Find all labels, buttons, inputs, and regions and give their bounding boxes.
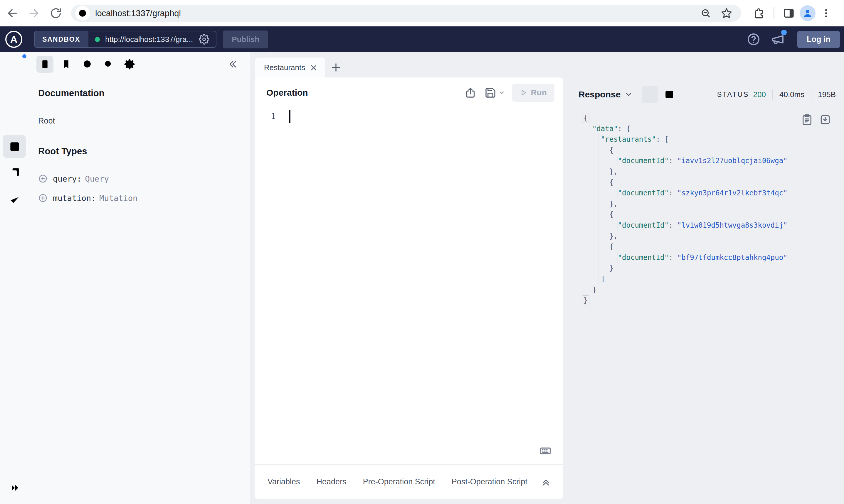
checks-icon[interactable] [8, 193, 21, 207]
response-dropdown-chevron-icon[interactable] [625, 90, 633, 98]
changesets-icon[interactable] [8, 167, 21, 181]
site-info-icon[interactable] [75, 6, 90, 20]
url-bar[interactable]: localhost:1337/graphql [71, 5, 741, 22]
text-view-toggle-icon[interactable] [642, 86, 658, 103]
table-view-toggle-icon[interactable] [661, 86, 677, 103]
apollo-logo: A [5, 31, 22, 48]
tab-headers[interactable]: Headers [316, 477, 346, 486]
tab-post-operation-script[interactable]: Post-Operation Script [452, 477, 528, 486]
graph-icon[interactable] [8, 114, 21, 128]
documentation-title: Documentation [38, 88, 238, 98]
documentation-panel: Documentation Root Root Types query: Que… [29, 52, 250, 504]
publish-button[interactable]: Publish [223, 31, 268, 49]
tab-restaurants[interactable]: Restaurants [255, 57, 325, 78]
add-field-icon[interactable] [38, 193, 48, 203]
browser-menu-icon[interactable] [820, 7, 832, 19]
response-panel: Response STATUS 200 40.0ms 195B [563, 52, 844, 504]
divider [38, 106, 238, 106]
browser-chrome: localhost:1337/graphql [0, 0, 844, 26]
bookmark-star-icon[interactable] [721, 7, 733, 19]
play-icon [520, 89, 528, 96]
collapse-panel-icon[interactable] [227, 59, 238, 70]
main-area: Documentation Root Root Types query: Que… [0, 52, 844, 504]
response-size: 195B [818, 90, 836, 99]
documentation-tab-icon[interactable] [36, 56, 53, 73]
zoom-out-icon[interactable] [700, 7, 711, 19]
operation-editor[interactable]: 1 [255, 108, 563, 464]
new-tab-icon[interactable] [330, 61, 342, 73]
announcement-badge [781, 30, 787, 35]
run-button[interactable]: Run [512, 84, 554, 102]
url-text: localhost:1337/graphql [95, 8, 695, 18]
settings-icon[interactable] [121, 56, 138, 73]
side-panel-icon[interactable] [782, 7, 795, 19]
query-type-row[interactable]: query: Query [38, 174, 238, 183]
endpoint-url-input[interactable]: http://localhost:1337/gra... [88, 31, 216, 47]
field-type: Query [85, 174, 109, 183]
graph-notification-dot [22, 54, 27, 58]
app-header: A SANDBOX http://localhost:1337/gra... P… [0, 26, 844, 52]
back-icon[interactable] [3, 4, 22, 23]
expand-sidebar-icon[interactable] [9, 482, 20, 495]
history-icon[interactable] [79, 56, 96, 73]
divider [811, 89, 811, 100]
tab-label: Restaurants [264, 63, 309, 72]
field-type: Mutation [99, 194, 137, 203]
endpoint-url-text: http://localhost:1337/gra... [105, 35, 193, 44]
left-icon-strip [0, 52, 29, 504]
response-title[interactable]: Response [579, 89, 621, 100]
sandbox-badge: SANDBOX [35, 31, 88, 47]
search-icon[interactable] [100, 56, 117, 73]
endpoint-group: SANDBOX http://localhost:1337/gra... [34, 31, 217, 48]
toolbar-divider [774, 7, 774, 19]
connection-status-dot [95, 37, 100, 42]
explorer-icon[interactable] [8, 140, 21, 154]
reload-icon[interactable] [47, 4, 65, 23]
field-name: query: [53, 174, 82, 183]
response-json: { "data": { "restaurants": [ { "document… [584, 113, 825, 306]
operation-title: Operation [266, 88, 457, 98]
operation-panel: Operation Run 1 [255, 77, 563, 499]
line-number: 1 [271, 112, 276, 121]
status-code: 200 [753, 90, 766, 99]
work-area: Restaurants Operation [250, 52, 844, 504]
bookmarks-icon[interactable] [57, 56, 74, 73]
tab-pre-operation-script[interactable]: Pre-Operation Script [363, 477, 435, 486]
keyboard-shortcuts-icon[interactable] [539, 445, 552, 457]
response-duration: 40.0ms [779, 90, 804, 99]
collapse-footer-icon[interactable] [541, 477, 551, 487]
status-label: STATUS [717, 90, 749, 98]
extensions-icon[interactable] [753, 7, 765, 19]
login-button[interactable]: Log in [797, 31, 840, 48]
announcements-icon[interactable] [771, 32, 785, 46]
share-icon[interactable] [465, 87, 476, 98]
save-icon[interactable] [485, 87, 496, 98]
doc-toolbar [29, 52, 250, 76]
close-tab-icon[interactable] [309, 64, 318, 72]
forward-icon[interactable] [25, 4, 44, 23]
connection-settings-icon[interactable] [199, 34, 209, 44]
help-icon[interactable] [746, 32, 761, 46]
save-options-chevron-icon[interactable] [499, 89, 505, 96]
mutation-type-row[interactable]: mutation: Mutation [38, 193, 238, 203]
tab-variables[interactable]: Variables [268, 477, 300, 486]
text-cursor [289, 110, 290, 123]
root-types-title: Root Types [38, 146, 238, 157]
divider [772, 89, 773, 100]
operation-footer: Variables Headers Pre-Operation Script P… [255, 464, 563, 499]
field-name: mutation: [53, 194, 96, 203]
profile-avatar[interactable] [800, 5, 815, 21]
response-json-area: { "data": { "restaurants": [ { "document… [584, 113, 825, 306]
divider [38, 164, 238, 164]
root-link[interactable]: Root [38, 116, 238, 126]
add-field-icon[interactable] [38, 174, 48, 183]
